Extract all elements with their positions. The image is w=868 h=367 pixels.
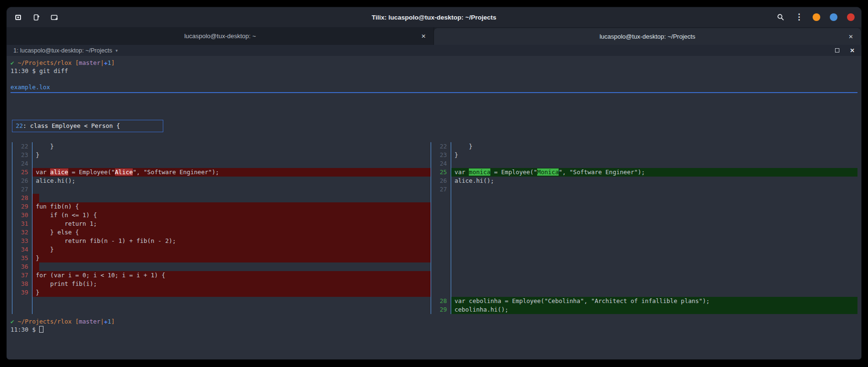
- titlebar-toolbar: [13, 12, 59, 22]
- diff-row: 23}: [431, 151, 857, 159]
- line-number: 34: [12, 245, 32, 254]
- pane-buttons: ✕: [835, 47, 855, 54]
- maximize-button[interactable]: [830, 13, 837, 21]
- diff-row: 22 }: [12, 142, 431, 151]
- code-line: [32, 305, 431, 314]
- diff-row: 26alice.hi();: [431, 177, 857, 185]
- tab-projects-close-icon[interactable]: ✕: [848, 33, 853, 40]
- line-number: [431, 228, 451, 237]
- line-number: 35: [12, 254, 32, 262]
- line-number: 38: [12, 280, 32, 288]
- diff-row: 38 print fib(i);: [12, 280, 431, 288]
- add-terminal-down-icon[interactable]: [50, 12, 59, 22]
- diff-row: 28var cebolinha = Employee("Cebolinha", …: [431, 297, 857, 305]
- code-line: }: [32, 288, 431, 297]
- line-number: [431, 262, 451, 271]
- prompt-pipe: |: [100, 59, 104, 66]
- code-line: [451, 288, 857, 297]
- diff-row: [431, 220, 857, 228]
- close-button[interactable]: [847, 13, 855, 21]
- changed-word: Alice: [115, 168, 133, 176]
- line-number: 32: [12, 228, 32, 237]
- tilix-window: Tilix: lucaspolo@tux-desktop: ~/Projects…: [7, 7, 861, 359]
- code-line: [451, 194, 857, 202]
- tab-home-close-icon[interactable]: ✕: [421, 33, 426, 40]
- code-line: var monica = Employee("Monica", "Softwar…: [451, 168, 857, 177]
- diff-pane-removed: 22 }23}2425var alice = Employee("Alice",…: [12, 142, 431, 314]
- code-line: } else {: [32, 228, 431, 237]
- diff-row: [431, 237, 857, 245]
- terminal[interactable]: ✔ ~/Projects/rlox [master|✚1] 11:30 $ gi…: [7, 56, 861, 359]
- code-line: fun fib(n) {: [32, 202, 431, 211]
- code-line: alice.hi();: [32, 177, 431, 185]
- line-number: [431, 288, 451, 297]
- code-line: [451, 245, 857, 254]
- code-line: }: [32, 254, 431, 262]
- prompt-path: ~/Projects/rlox: [18, 59, 72, 66]
- prompt-time: 11:30: [11, 67, 29, 74]
- search-icon[interactable]: [776, 12, 785, 22]
- code-line: [32, 194, 431, 202]
- diff-row: [431, 211, 857, 220]
- add-terminal-right-icon[interactable]: [32, 12, 41, 22]
- line-number: 29: [431, 305, 451, 314]
- tab-projects[interactable]: lucaspolo@tux-desktop: ~/Projects ✕: [434, 28, 861, 45]
- pane-maximize-icon[interactable]: [835, 48, 839, 52]
- diff-row: 37for (var i = 0; i < 10; i = i + 1) {: [12, 271, 431, 280]
- code-line: print fib(i);: [32, 280, 431, 288]
- tab-home-label: lucaspolo@tux-desktop: ~: [7, 32, 434, 40]
- line-number: 37: [12, 271, 32, 280]
- code-line: if (n <= 1) {: [32, 211, 431, 220]
- prompt-bracket-close: ]: [111, 318, 115, 325]
- line-number: 26: [431, 177, 451, 185]
- diff-row: 24: [12, 159, 431, 168]
- prompt-dollar: $: [32, 326, 36, 333]
- line-number: 24: [12, 159, 32, 168]
- prompt-pipe: |: [100, 318, 104, 325]
- menu-kebab-icon[interactable]: ⋮: [795, 13, 803, 21]
- tab-bar: lucaspolo@tux-desktop: ~ ✕ lucaspolo@tux…: [7, 27, 861, 45]
- prompt-dollar: $: [32, 67, 36, 74]
- line-number: [431, 271, 451, 280]
- line-number: 23: [431, 151, 451, 159]
- diff-row: 27: [12, 185, 431, 194]
- code-line: [451, 237, 857, 245]
- diff-row: [431, 245, 857, 254]
- line-number: 36: [12, 262, 32, 271]
- line-number: 27: [431, 185, 451, 194]
- code-line: var alice = Employee("Alice", "Software …: [32, 168, 431, 177]
- code-line: [451, 280, 857, 288]
- line-number: 29: [12, 202, 32, 211]
- code-line: }: [32, 142, 431, 151]
- code-line: }: [32, 245, 431, 254]
- input-line[interactable]: 11:30 $: [11, 325, 857, 334]
- hunk-header-text: : class Employee < Person {: [23, 122, 120, 129]
- diff-file-name: example.lox: [11, 83, 857, 91]
- pane-title[interactable]: 1: lucaspolo@tux-desktop: ~/Projects: [13, 47, 112, 54]
- diff-row: 35}: [12, 254, 431, 262]
- diff-row: 23}: [12, 151, 431, 159]
- diff-row: 28: [12, 194, 431, 202]
- diff-pane-added: 22 }23}2425var monica = Employee("Monica…: [431, 142, 857, 314]
- diff-row: [431, 280, 857, 288]
- code-line: alice.hi();: [451, 177, 857, 185]
- code-line: [32, 185, 431, 194]
- line-number: 26: [12, 177, 32, 185]
- minimize-button[interactable]: [813, 13, 820, 21]
- line-number: 24: [431, 159, 451, 168]
- diff-row: 24: [431, 159, 857, 168]
- diff-row: [431, 194, 857, 202]
- blank-line: [11, 75, 857, 83]
- tab-home[interactable]: lucaspolo@tux-desktop: ~ ✕: [7, 27, 434, 45]
- line-number: [431, 280, 451, 288]
- pane-close-icon[interactable]: ✕: [850, 47, 855, 54]
- side-by-side-diff: 22 }23}2425var alice = Employee("Alice",…: [12, 142, 857, 314]
- pane-dropdown-caret-icon[interactable]: ▾: [116, 48, 118, 53]
- code-line: return 1;: [32, 220, 431, 228]
- code-line: [32, 159, 431, 168]
- new-session-icon[interactable]: [13, 12, 23, 22]
- line-number: 39: [12, 288, 32, 297]
- diff-row: [431, 254, 857, 262]
- prompt-path: ~/Projects/rlox: [18, 318, 72, 325]
- diff-row: 25var alice = Employee("Alice", "Softwar…: [12, 168, 431, 177]
